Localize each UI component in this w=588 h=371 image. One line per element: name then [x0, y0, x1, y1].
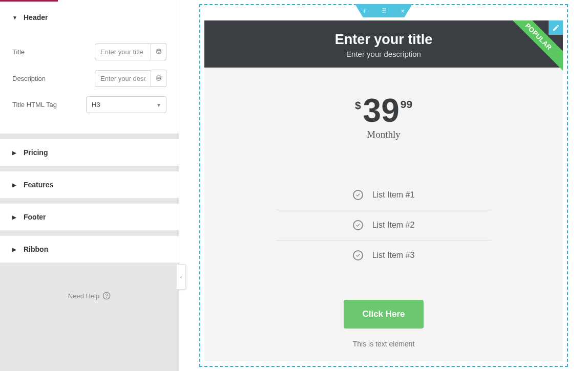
caret-right-icon: ▶: [12, 247, 16, 252]
field-description-label: Description: [12, 75, 46, 82]
section-features-toggle[interactable]: ▶ Features: [0, 171, 179, 198]
edit-widget-button[interactable]: [549, 20, 563, 35]
section-ribbon-toggle[interactable]: ▶ Ribbon: [0, 236, 179, 263]
tab-accent: [0, 0, 179, 4]
list-item: List Item #2: [276, 210, 491, 241]
section-header-toggle[interactable]: ▼ Header: [0, 4, 179, 31]
svg-point-3: [107, 297, 107, 298]
dynamic-tags-button[interactable]: [151, 43, 166, 60]
editor-sidebar: ▼ Header Title Description: [0, 0, 179, 371]
close-button[interactable]: ×: [401, 7, 405, 15]
check-circle-icon: [353, 220, 363, 230]
section-features-label: Features: [24, 181, 53, 189]
card-header: Enter your title Enter your description: [204, 20, 563, 68]
description-input[interactable]: [95, 70, 151, 87]
price-table-widget: POPULAR Enter your title Enter your desc…: [204, 20, 563, 361]
list-item: List Item #3: [276, 241, 491, 270]
field-title-tag-label: Title HTML Tag: [12, 101, 57, 108]
section-header: ▼ Header Title Description: [0, 4, 179, 134]
caret-right-icon: ▶: [12, 150, 16, 156]
section-footer-label: Footer: [24, 213, 46, 221]
section-header-label: Header: [24, 13, 48, 21]
features-list: List Item #1 List Item #2 List Item #3: [276, 180, 491, 270]
feature-text: List Item #2: [372, 221, 415, 230]
section-toolbar: + ⠿ ×: [355, 4, 412, 17]
price-amount: 39: [363, 94, 400, 127]
card-description: Enter your description: [204, 50, 563, 58]
field-description: Description: [12, 70, 166, 87]
collapse-sidebar-button[interactable]: ‹: [177, 264, 186, 290]
card-footer: Click Here This is text element: [204, 300, 563, 348]
section-ribbon-label: Ribbon: [24, 245, 48, 253]
section-footer-toggle[interactable]: ▶ Footer: [0, 204, 179, 230]
section-pricing-toggle[interactable]: ▶ Pricing: [0, 139, 179, 166]
card-title: Enter your title: [204, 32, 563, 48]
editor-canvas: + ⠿ × POPULAR Enter your title Enter you…: [179, 0, 588, 371]
caret-right-icon: ▶: [12, 214, 16, 220]
feature-text: List Item #1: [372, 190, 415, 200]
drag-handle-icon[interactable]: ⠿: [382, 7, 386, 15]
need-help-link[interactable]: Need Help: [0, 263, 179, 329]
check-circle-icon: [353, 250, 363, 260]
currency-symbol: $: [355, 99, 361, 112]
section-header-body: Title Description Title HTML: [0, 31, 179, 134]
field-title: Title: [12, 43, 166, 60]
price-fraction: 99: [401, 98, 412, 111]
caret-down-icon: ▼: [12, 15, 16, 20]
title-tag-select[interactable]: [86, 96, 166, 113]
field-title-label: Title: [12, 48, 25, 56]
title-input[interactable]: [95, 43, 151, 60]
add-section-button[interactable]: +: [363, 7, 367, 15]
widget-selection-frame[interactable]: + ⠿ × POPULAR Enter your title Enter you…: [199, 4, 568, 367]
svg-point-1: [157, 76, 161, 77]
field-title-tag: Title HTML Tag ▼: [12, 96, 166, 113]
need-help-label: Need Help: [68, 292, 99, 300]
cta-button[interactable]: Click Here: [344, 300, 423, 329]
section-pricing-label: Pricing: [24, 148, 48, 157]
help-icon: [102, 292, 111, 300]
svg-point-0: [157, 49, 161, 51]
check-circle-icon: [353, 190, 363, 200]
price-block: $ 39 99 Monthly: [204, 68, 563, 140]
chevron-left-icon: ‹: [180, 274, 182, 280]
dynamic-tags-button[interactable]: [151, 70, 166, 87]
footer-text: This is text element: [204, 340, 563, 348]
price-period: Monthly: [204, 129, 563, 140]
feature-text: List Item #3: [372, 251, 415, 260]
list-item: List Item #1: [276, 180, 491, 210]
caret-right-icon: ▶: [12, 182, 16, 188]
